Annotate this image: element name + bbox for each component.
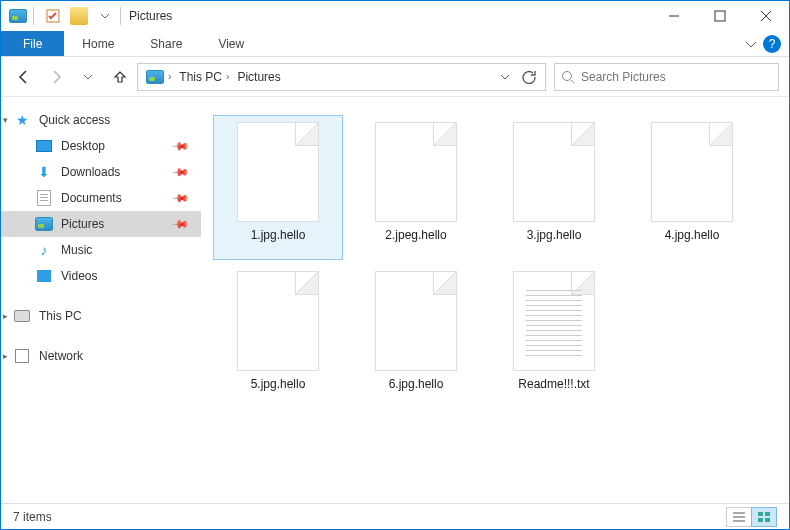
app-icon — [7, 5, 29, 27]
file-item[interactable]: Readme!!!.txt — [489, 264, 619, 409]
file-icon — [651, 122, 733, 222]
svg-rect-6 — [765, 512, 770, 516]
item-count: 7 items — [13, 510, 52, 524]
sidebar-item-music[interactable]: ♪Music — [1, 237, 201, 263]
sidebar-item-downloads[interactable]: ⬇Downloads📌 — [1, 159, 201, 185]
file-name: 2.jpeg.hello — [385, 228, 446, 242]
file-name: 5.jpg.hello — [251, 377, 306, 391]
thumbnails-view-button[interactable] — [751, 507, 777, 527]
navbar: › This PC› Pictures Search Pictures — [1, 57, 789, 97]
file-icon — [375, 122, 457, 222]
sidebar-item-videos[interactable]: Videos — [1, 263, 201, 289]
file-item[interactable]: 4.jpg.hello — [627, 115, 757, 260]
pin-icon: 📌 — [170, 136, 189, 155]
help-icon[interactable]: ? — [763, 35, 781, 53]
breadcrumb-root-icon[interactable]: › — [142, 70, 175, 84]
separator — [33, 7, 34, 25]
star-icon: ★ — [13, 112, 31, 128]
file-icon — [237, 271, 319, 371]
pin-icon: 📌 — [170, 214, 189, 233]
chevron-right-icon: › — [168, 71, 171, 82]
file-name: Readme!!!.txt — [518, 377, 589, 391]
separator — [120, 7, 121, 25]
sidebar-quick-access[interactable]: ▾ ★ Quick access — [1, 107, 201, 133]
expand-ribbon-icon[interactable] — [745, 38, 757, 50]
qat-properties-icon[interactable] — [42, 5, 64, 27]
file-tab[interactable]: File — [1, 31, 64, 56]
sidebar-item-desktop[interactable]: Desktop📌 — [1, 133, 201, 159]
status-bar: 7 items — [1, 503, 789, 529]
maximize-button[interactable] — [697, 1, 743, 31]
music-icon: ♪ — [35, 242, 53, 258]
window-title: Pictures — [129, 9, 172, 23]
file-name: 3.jpg.hello — [527, 228, 582, 242]
file-item[interactable]: 3.jpg.hello — [489, 115, 619, 260]
file-icon — [513, 122, 595, 222]
search-input[interactable]: Search Pictures — [554, 63, 779, 91]
chevron-right-icon: › — [226, 71, 229, 82]
sidebar-network[interactable]: ▸ Network — [1, 343, 201, 369]
expand-icon[interactable]: ▸ — [3, 311, 8, 321]
svg-rect-2 — [715, 11, 725, 21]
svg-rect-8 — [765, 518, 770, 522]
forward-button[interactable] — [47, 68, 65, 86]
sidebar-item-documents[interactable]: Documents📌 — [1, 185, 201, 211]
search-icon — [561, 70, 575, 84]
back-button[interactable] — [15, 68, 33, 86]
details-view-button[interactable] — [726, 507, 752, 527]
svg-line-4 — [571, 80, 574, 83]
pin-icon: 📌 — [170, 188, 189, 207]
refresh-button[interactable] — [517, 65, 541, 89]
file-item[interactable]: 6.jpg.hello — [351, 264, 481, 409]
tab-view[interactable]: View — [200, 31, 262, 56]
tab-share[interactable]: Share — [132, 31, 200, 56]
main-area: ▾ ★ Quick access Desktop📌⬇Downloads📌Docu… — [1, 97, 789, 503]
videos-icon — [35, 268, 53, 284]
sidebar-item-label: Network — [39, 349, 83, 363]
tab-home[interactable]: Home — [64, 31, 132, 56]
sidebar-this-pc[interactable]: ▸ This PC — [1, 303, 201, 329]
close-button[interactable] — [743, 1, 789, 31]
sidebar-item-label: Pictures — [61, 217, 104, 231]
file-item[interactable]: 2.jpeg.hello — [351, 115, 481, 260]
expand-icon[interactable]: ▸ — [3, 351, 8, 361]
breadcrumb-item[interactable]: This PC› — [175, 70, 233, 84]
minimize-button[interactable] — [651, 1, 697, 31]
file-icon — [237, 122, 319, 222]
recent-locations-chevron-icon[interactable] — [79, 68, 97, 86]
breadcrumb-item[interactable]: Pictures — [233, 70, 284, 84]
address-dropdown-chevron-icon[interactable] — [493, 65, 517, 89]
network-icon — [13, 348, 31, 364]
address-bar[interactable]: › This PC› Pictures — [137, 63, 546, 91]
svg-rect-5 — [758, 512, 763, 516]
sidebar-item-label: Desktop — [61, 139, 105, 153]
qat-newfolder-icon[interactable] — [68, 5, 90, 27]
file-name: 6.jpg.hello — [389, 377, 444, 391]
qat-customize-chevron-icon[interactable] — [94, 5, 116, 27]
documents-icon — [35, 190, 53, 206]
sidebar-item-label: Quick access — [39, 113, 110, 127]
file-icon — [375, 271, 457, 371]
file-name: 1.jpg.hello — [251, 228, 306, 242]
pictures-icon — [35, 216, 53, 232]
collapse-icon[interactable]: ▾ — [3, 115, 8, 125]
ribbon: File Home Share View ? — [1, 31, 789, 57]
sidebar-item-label: Downloads — [61, 165, 120, 179]
search-placeholder: Search Pictures — [581, 70, 666, 84]
downloads-icon: ⬇ — [35, 164, 53, 180]
svg-rect-7 — [758, 518, 763, 522]
file-grid[interactable]: 1.jpg.hello2.jpeg.hello3.jpg.hello4.jpg.… — [201, 97, 789, 503]
sidebar-item-label: This PC — [39, 309, 82, 323]
file-item[interactable]: 5.jpg.hello — [213, 264, 343, 409]
sidebar-item-label: Videos — [61, 269, 97, 283]
titlebar: Pictures — [1, 1, 789, 31]
file-name: 4.jpg.hello — [665, 228, 720, 242]
sidebar: ▾ ★ Quick access Desktop📌⬇Downloads📌Docu… — [1, 97, 201, 503]
file-icon — [513, 271, 595, 371]
pc-icon — [13, 308, 31, 324]
file-item[interactable]: 1.jpg.hello — [213, 115, 343, 260]
sidebar-item-pictures[interactable]: Pictures📌 — [1, 211, 201, 237]
up-button[interactable] — [111, 68, 129, 86]
desktop-icon — [35, 138, 53, 154]
sidebar-item-label: Music — [61, 243, 92, 257]
